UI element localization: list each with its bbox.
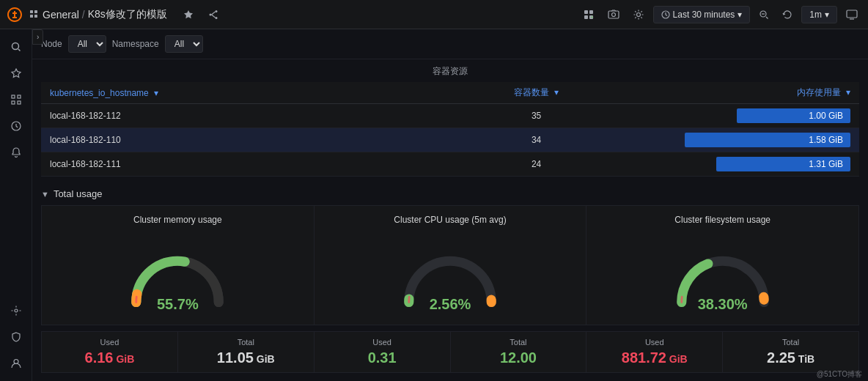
gauge-panel-cpu: Cluster CPU usage (5m avg) 2.56% <box>315 205 587 325</box>
gauge-panels: Cluster memory usage 55.7% Cluster CPU <box>41 205 859 325</box>
svg-line-7 <box>211 12 215 15</box>
svg-rect-2 <box>30 15 33 18</box>
col-memory[interactable]: 内存使用量 ▾ <box>635 82 859 104</box>
refresh-button[interactable] <box>778 7 797 23</box>
breadcrumb: General / K8s修改了的模版 <box>29 8 167 21</box>
col-containers[interactable]: 容器数量 ▾ <box>438 82 634 104</box>
share-button[interactable] <box>204 7 223 23</box>
node-filter-select[interactable]: All <box>68 35 106 53</box>
svg-point-23 <box>12 43 18 50</box>
memory-total-value: 11.05 GiB <box>181 349 311 366</box>
svg-point-6 <box>215 17 217 19</box>
svg-rect-27 <box>12 101 15 104</box>
filter-icon2[interactable]: ▾ <box>554 87 559 97</box>
fs-total-stat: Total 2.25 TiB <box>723 332 858 372</box>
cpu-total-stat: Total 12.00 <box>451 332 586 372</box>
zoom-out-button[interactable] <box>754 7 773 23</box>
memory-used-label: Used <box>45 338 174 347</box>
svg-point-4 <box>215 10 217 12</box>
svg-rect-1 <box>34 10 37 13</box>
total-usage-header[interactable]: ▼ Total usage <box>32 182 868 205</box>
gauge-cpu-chart: 2.56% <box>320 231 581 319</box>
cpu-total-value: 12.00 <box>454 349 584 366</box>
collapse-arrow: ▼ <box>41 190 49 199</box>
breadcrumb-separator: / <box>82 9 85 21</box>
chevron-down-icon2: ▾ <box>825 10 829 20</box>
fs-stats: Used 881.72 GiB Total 2.25 TiB <box>586 331 859 373</box>
time-range-button[interactable]: Last 30 minutes ▾ <box>653 6 751 23</box>
sidebar-item-star[interactable] <box>4 62 28 85</box>
sidebar-toggle-button[interactable]: › <box>32 29 43 45</box>
gauge-cpu-value: 2.56% <box>430 296 471 313</box>
cell-memory: 1.58 GiB <box>635 128 859 152</box>
cell-containers: 24 <box>438 152 634 177</box>
main-content: Node All Namespace All 容器资源 kubernetes_i… <box>32 29 868 381</box>
sidebar-item-compass[interactable] <box>4 114 28 138</box>
watermark: @51CTO搏客 <box>817 369 862 380</box>
svg-rect-0 <box>30 10 33 13</box>
sidebar-item-shield[interactable] <box>4 325 28 349</box>
photo-button[interactable] <box>603 6 624 23</box>
fs-used-value: 881.72 GiB <box>589 349 719 366</box>
fs-used-stat: Used 881.72 GiB <box>586 332 723 372</box>
cpu-stats: Used 0.31 Total 12.00 <box>315 331 587 373</box>
node-filter-label: Node <box>41 39 62 49</box>
topbar-actions <box>179 7 223 23</box>
fs-total-label: Total <box>726 338 856 347</box>
sidebar-item-settings[interactable] <box>4 299 28 322</box>
svg-text:+: + <box>590 14 594 21</box>
gauge-cpu-title: Cluster CPU usage (5m avg) <box>320 215 581 225</box>
breadcrumb-home[interactable]: General <box>43 9 79 21</box>
table-section-title: 容器资源 <box>41 65 859 78</box>
memory-total-label: Total <box>181 338 311 347</box>
cell-hostname: local-168-182-110 <box>41 128 438 152</box>
table-row: local-168-182-111 24 1.31 GiB <box>41 152 859 177</box>
svg-rect-28 <box>18 101 21 104</box>
cell-memory: 1.31 GiB <box>635 152 859 177</box>
fs-used-label: Used <box>589 338 719 347</box>
sidebar <box>0 29 32 381</box>
table-row: local-168-182-110 34 1.58 GiB <box>41 128 859 152</box>
resources-table: kubernetes_io_hostname ▾ 容器数量 ▾ 内存使用量 ▾ … <box>41 82 859 177</box>
sidebar-item-bell[interactable] <box>4 141 28 164</box>
memory-stats: Used 6.16 GiB Total 11.05 GiB <box>41 331 315 373</box>
namespace-filter-select[interactable]: All <box>165 35 203 53</box>
filter-icon[interactable]: ▾ <box>154 88 158 98</box>
svg-line-20 <box>766 17 768 19</box>
interval-button[interactable]: 1m ▾ <box>801 6 837 23</box>
svg-rect-26 <box>18 95 21 98</box>
svg-rect-14 <box>608 11 619 18</box>
cell-containers: 35 <box>438 104 634 128</box>
time-range-label: Last 30 minutes <box>673 10 735 20</box>
svg-rect-11 <box>584 15 588 19</box>
favorite-button[interactable] <box>179 7 198 23</box>
filter-bar: Node All Namespace All <box>32 29 868 59</box>
col-hostname[interactable]: kubernetes_io_hostname ▾ <box>41 82 438 104</box>
interval-label: 1m <box>809 10 822 20</box>
sidebar-item-user[interactable] <box>4 352 28 375</box>
cpu-used-label: Used <box>317 338 447 347</box>
tv-mode-button[interactable] <box>842 7 862 23</box>
svg-rect-9 <box>584 10 588 14</box>
cell-containers: 34 <box>438 128 634 152</box>
cell-hostname: local-168-182-112 <box>41 104 438 128</box>
settings-button[interactable] <box>628 6 649 23</box>
gauge-memory-value: 55.7% <box>157 296 199 313</box>
sidebar-item-home[interactable] <box>4 88 28 111</box>
svg-point-5 <box>209 13 211 15</box>
add-panel-button[interactable]: + <box>578 6 599 23</box>
sidebar-item-search[interactable] <box>4 35 28 59</box>
gauge-fs-title: Cluster filesystem usage <box>592 215 853 225</box>
namespace-filter-label: Namespace <box>112 39 159 49</box>
svg-point-15 <box>611 12 615 16</box>
svg-point-30 <box>15 309 18 312</box>
topbar: General / K8s修改了的模版 + Last 30 minutes ▾ <box>0 0 868 29</box>
filter-icon3[interactable]: ▾ <box>846 87 850 97</box>
stats-row: Used 6.16 GiB Total 11.05 GiB Used 0.31 <box>41 331 859 373</box>
memory-used-stat: Used 6.16 GiB <box>42 332 178 372</box>
gauge-fs-value: 38.30% <box>698 296 748 313</box>
total-usage-label: Total usage <box>54 188 103 199</box>
table-section: 容器资源 kubernetes_io_hostname ▾ 容器数量 ▾ 内存使… <box>41 65 859 177</box>
grid-icon <box>29 10 40 20</box>
memory-used-value: 6.16 GiB <box>45 349 174 366</box>
